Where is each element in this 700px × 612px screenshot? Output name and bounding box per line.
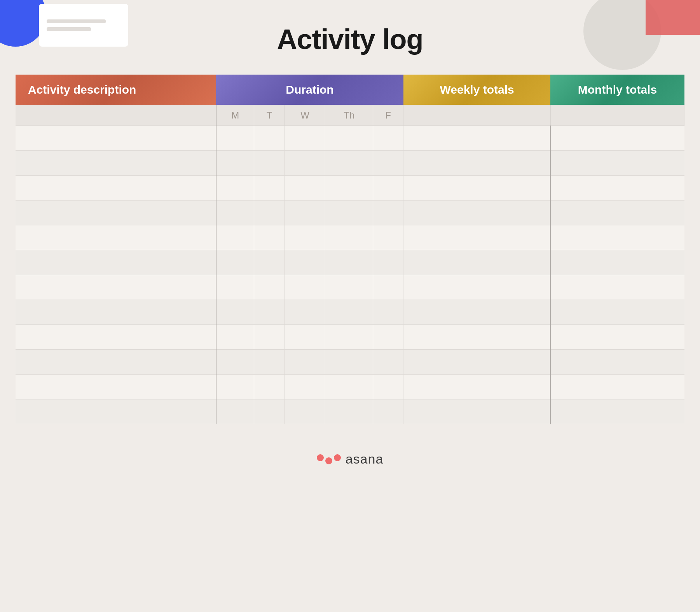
th-monthly: Monthly totals xyxy=(550,75,684,105)
duration-cell xyxy=(254,176,285,201)
activity-cell xyxy=(16,126,216,151)
weekly-cell xyxy=(403,126,551,151)
table-row xyxy=(16,375,684,399)
table-row xyxy=(16,325,684,350)
duration-cell xyxy=(216,201,254,225)
duration-cell xyxy=(216,126,254,151)
duration-cell xyxy=(254,275,285,300)
duration-cell xyxy=(285,300,325,325)
asana-dot-bottom xyxy=(325,457,332,464)
duration-cell xyxy=(285,225,325,250)
duration-cell xyxy=(285,126,325,151)
duration-cell xyxy=(325,176,373,201)
duration-cell xyxy=(373,225,403,250)
table-row xyxy=(16,399,684,424)
duration-cell xyxy=(373,375,403,399)
table-wrapper: Activity description Duration Weekly tot… xyxy=(16,75,684,424)
duration-cell xyxy=(325,300,373,325)
duration-cell xyxy=(216,275,254,300)
duration-cell xyxy=(325,325,373,350)
table-row xyxy=(16,176,684,201)
duration-cell xyxy=(373,126,403,151)
duration-cell xyxy=(373,250,403,275)
weekly-cell xyxy=(403,151,551,176)
duration-cell xyxy=(373,300,403,325)
activity-cell xyxy=(16,300,216,325)
duration-cell xyxy=(285,275,325,300)
duration-cell xyxy=(325,126,373,151)
asana-brand-text: asana xyxy=(346,452,384,467)
monthly-cell xyxy=(550,250,684,275)
monthly-cell xyxy=(550,275,684,300)
monthly-cell xyxy=(550,151,684,176)
monthly-cell xyxy=(550,325,684,350)
monthly-cell xyxy=(550,176,684,201)
monthly-cell xyxy=(550,126,684,151)
weekly-cell xyxy=(403,275,551,300)
duration-cell xyxy=(254,300,285,325)
duration-cell xyxy=(254,225,285,250)
activity-cell xyxy=(16,176,216,201)
duration-cell xyxy=(254,399,285,424)
th-weekly: Weekly totals xyxy=(403,75,551,105)
header-row: Activity description Duration Weekly tot… xyxy=(16,75,684,105)
th-activity: Activity description xyxy=(16,75,216,105)
duration-cell xyxy=(325,250,373,275)
duration-cell xyxy=(216,176,254,201)
duration-cell xyxy=(285,350,325,375)
footer: asana xyxy=(0,440,700,474)
duration-cell xyxy=(216,250,254,275)
monthly-cell xyxy=(550,375,684,399)
monthly-cell xyxy=(550,300,684,325)
table-row xyxy=(16,225,684,250)
subheader-mon: M xyxy=(216,105,254,126)
subheader-fri: F xyxy=(373,105,403,126)
subheader-activity xyxy=(16,105,216,126)
weekly-cell xyxy=(403,350,551,375)
duration-cell xyxy=(254,126,285,151)
duration-cell xyxy=(373,201,403,225)
duration-cell xyxy=(373,151,403,176)
table-row xyxy=(16,250,684,275)
monthly-cell xyxy=(550,399,684,424)
duration-cell xyxy=(216,300,254,325)
monthly-cell xyxy=(550,201,684,225)
table-row xyxy=(16,201,684,225)
activity-cell xyxy=(16,375,216,399)
activity-cell xyxy=(16,325,216,350)
weekly-cell xyxy=(403,375,551,399)
activity-cell xyxy=(16,250,216,275)
duration-cell xyxy=(216,225,254,250)
table-row xyxy=(16,275,684,300)
bg-card-line-2 xyxy=(47,27,91,31)
duration-cell xyxy=(325,375,373,399)
table-row xyxy=(16,300,684,325)
duration-cell xyxy=(285,151,325,176)
duration-cell xyxy=(216,350,254,375)
bg-card-line-1 xyxy=(47,19,106,23)
duration-cell xyxy=(254,201,285,225)
subheader-weekly xyxy=(403,105,551,126)
duration-cell xyxy=(373,325,403,350)
duration-cell xyxy=(325,350,373,375)
table-row xyxy=(16,126,684,151)
table-body xyxy=(16,126,684,424)
th-duration: Duration xyxy=(216,75,403,105)
duration-cell xyxy=(216,325,254,350)
asana-logo: asana xyxy=(317,452,384,467)
weekly-cell xyxy=(403,201,551,225)
duration-cell xyxy=(373,399,403,424)
monthly-cell xyxy=(550,225,684,250)
duration-cell xyxy=(285,201,325,225)
bg-card xyxy=(39,4,128,47)
activity-cell xyxy=(16,399,216,424)
table-row xyxy=(16,350,684,375)
asana-dot-right xyxy=(334,454,341,461)
weekly-cell xyxy=(403,176,551,201)
weekly-cell xyxy=(403,399,551,424)
duration-cell xyxy=(373,275,403,300)
duration-cell xyxy=(216,151,254,176)
duration-cell xyxy=(285,250,325,275)
duration-cell xyxy=(254,350,285,375)
weekly-cell xyxy=(403,250,551,275)
